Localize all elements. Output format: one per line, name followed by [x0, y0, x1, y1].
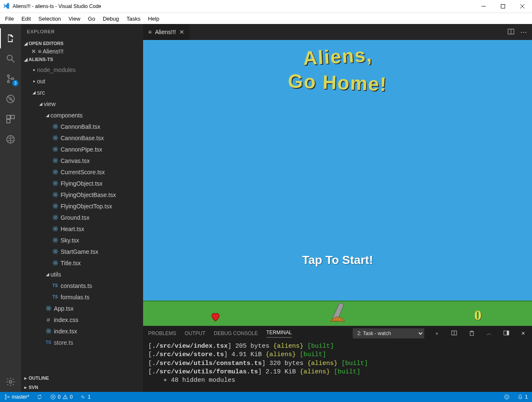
- new-terminal-icon[interactable]: ＋: [433, 330, 441, 337]
- close-panel-icon[interactable]: ✕: [519, 330, 527, 336]
- status-branch[interactable]: master*: [3, 394, 31, 400]
- minimize-button[interactable]: [474, 0, 493, 13]
- panel-tab-problems[interactable]: PROBLEMS: [148, 330, 176, 336]
- tree-file[interactable]: CannonBall.tsx: [21, 121, 143, 132]
- tree-file[interactable]: StartGame.tsx: [21, 246, 143, 257]
- tree-file[interactable]: FlyingObject.tsx: [21, 178, 143, 189]
- open-editor-item[interactable]: ✕ ≡ Aliens!!!: [21, 48, 143, 55]
- section-open-editors[interactable]: ◢ OPEN EDITORS: [21, 39, 143, 48]
- menu-view[interactable]: View: [65, 14, 84, 23]
- tree-file[interactable]: FlyingObjectTop.tsx: [21, 200, 143, 212]
- terminal-select[interactable]: 2: Task - watch: [353, 328, 424, 338]
- svg-point-96: [507, 396, 508, 397]
- svg-point-86: [5, 394, 6, 396]
- panel-tab-output[interactable]: OUTPUT: [185, 330, 205, 336]
- chevron-right-icon: ▸: [23, 385, 29, 390]
- activity-debug[interactable]: [0, 89, 21, 109]
- react-icon: [51, 146, 59, 152]
- cannon: [323, 300, 352, 325]
- vscode-icon: [3, 2, 10, 11]
- status-notifications[interactable]: 1: [516, 394, 529, 400]
- section-project[interactable]: ◢ ALIENS-TS: [21, 55, 143, 64]
- tree-file[interactable]: CannonPipe.tsx: [21, 144, 143, 155]
- tree-file[interactable]: CannonBase.tsx: [21, 132, 143, 144]
- tree-file[interactable]: Sky.tsx: [21, 234, 143, 246]
- panel-tab-debug[interactable]: DEBUG CONSOLE: [214, 330, 258, 336]
- tree-folder[interactable]: ◢view: [21, 98, 143, 109]
- tree-file[interactable]: CurrentScore.tsx: [21, 166, 143, 178]
- react-icon: [51, 192, 59, 198]
- maximize-button[interactable]: [493, 0, 513, 13]
- section-outline[interactable]: ▸ OUTLINE: [21, 373, 143, 383]
- terminal-content[interactable]: [./src/view/index.tsx] 205 bytes {aliens…: [143, 341, 532, 392]
- tree-file[interactable]: TSconstants.ts: [21, 280, 143, 291]
- open-editor-label: Aliens!!!: [43, 48, 64, 55]
- chevron-down-icon: ◢: [31, 90, 37, 95]
- status-tasks[interactable]: 1: [79, 394, 93, 400]
- menu-debug[interactable]: Debug: [99, 14, 122, 23]
- activity-extensions[interactable]: [0, 109, 21, 129]
- bars-icon: ≡: [38, 48, 41, 55]
- activity-scm[interactable]: 3: [0, 69, 21, 89]
- tree-file[interactable]: Canvas.tsx: [21, 155, 143, 166]
- more-icon[interactable]: ⋯: [520, 28, 527, 36]
- tree-folder[interactable]: ▸out: [21, 75, 143, 87]
- kill-terminal-icon[interactable]: [467, 330, 476, 337]
- heart-icon: [210, 311, 221, 322]
- tree-file[interactable]: Ground.tsx: [21, 212, 143, 223]
- tree-folder[interactable]: ◢src: [21, 87, 143, 98]
- editor-tab[interactable]: ≡ Aliens!!! ✕: [143, 24, 190, 40]
- ts-icon: TS: [45, 340, 52, 345]
- toggle-panel-icon[interactable]: [502, 330, 511, 337]
- file-tree: ▸node_modules ▸out ◢src ◢view ◢component…: [21, 64, 143, 373]
- panel-tab-terminal[interactable]: TERMINAL: [266, 330, 292, 338]
- react-icon: [51, 169, 59, 175]
- tree-file[interactable]: #index.css: [21, 314, 143, 325]
- split-editor-icon[interactable]: [508, 28, 514, 36]
- menu-go[interactable]: Go: [85, 14, 98, 23]
- game-preview[interactable]: Aliens, Go Home! Tap To Start! 0: [143, 40, 532, 326]
- svg-rect-1: [501, 5, 505, 8]
- tree-file[interactable]: index.tsx: [21, 325, 143, 337]
- tree-folder[interactable]: ◢utils: [21, 269, 143, 280]
- maximize-panel-icon[interactable]: ︿: [485, 330, 493, 337]
- menu-help[interactable]: Help: [145, 14, 163, 23]
- activity-settings[interactable]: [0, 372, 21, 392]
- react-icon: [51, 237, 59, 243]
- activity-search[interactable]: [0, 48, 21, 69]
- game-sky: Aliens, Go Home! Tap To Start!: [143, 40, 532, 301]
- tree-file[interactable]: App.tsx: [21, 303, 143, 314]
- section-label: ALIENS-TS: [29, 57, 53, 62]
- tree-file[interactable]: FlyingObjectBase.tsx: [21, 189, 143, 200]
- status-feedback[interactable]: [502, 394, 511, 400]
- split-terminal-icon[interactable]: [450, 330, 459, 337]
- tree-folder[interactable]: ▸node_modules: [21, 64, 143, 75]
- svg-point-69: [48, 308, 49, 309]
- section-svn[interactable]: ▸ SVN: [21, 383, 143, 392]
- tree-file[interactable]: Heart.tsx: [21, 223, 143, 234]
- tree-file[interactable]: TSstore.ts: [21, 337, 143, 348]
- svg-point-29: [55, 160, 56, 161]
- svg-point-17: [55, 126, 56, 127]
- close-button[interactable]: [513, 0, 532, 13]
- activity-explorer[interactable]: [0, 28, 21, 48]
- tree-file[interactable]: TSformulas.ts: [21, 291, 143, 303]
- activity-svn[interactable]: [0, 129, 21, 149]
- tap-to-start[interactable]: Tap To Start!: [143, 253, 532, 267]
- status-sync[interactable]: [35, 394, 44, 400]
- close-icon[interactable]: ✕: [179, 29, 184, 35]
- status-problems[interactable]: 0 0: [48, 394, 74, 400]
- menu-edit[interactable]: Edit: [18, 14, 34, 23]
- tree-folder[interactable]: ◢components: [21, 109, 143, 121]
- tree-file[interactable]: Title.tsx: [21, 257, 143, 269]
- svg-line-5: [12, 60, 14, 62]
- ts-icon: TS: [51, 283, 59, 288]
- svg-point-4: [7, 55, 12, 60]
- svg-rect-12: [7, 115, 10, 119]
- menu-file[interactable]: File: [2, 14, 17, 23]
- svg-point-37: [55, 183, 56, 184]
- activity-bar: 3: [0, 24, 21, 392]
- menu-selection[interactable]: Selection: [35, 14, 64, 23]
- menu-tasks[interactable]: Tasks: [123, 14, 144, 23]
- close-icon[interactable]: ✕: [31, 48, 36, 55]
